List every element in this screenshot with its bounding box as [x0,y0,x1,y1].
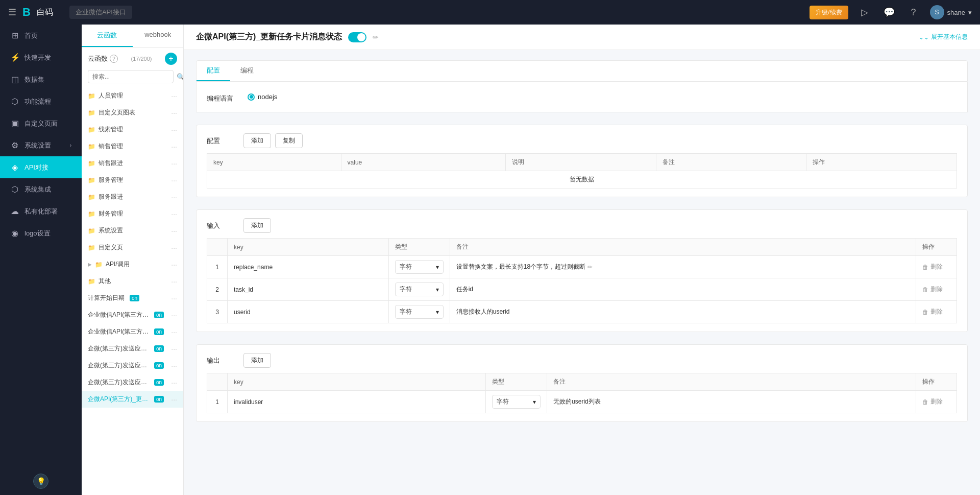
type-select[interactable]: 字符▾ [395,305,444,319]
config-add-button[interactable]: 添加 [243,133,271,148]
expand-info-button[interactable]: ⌄⌄ 展开基本信息 [919,33,968,41]
output-table: key 类型 备注 操作 1 invaliduser [207,373,957,413]
help-icon[interactable]: ? [905,4,922,20]
output-add-button[interactable]: 添加 [243,353,271,368]
more-icon[interactable]: ··· [171,92,177,100]
enable-toggle[interactable] [348,32,366,42]
more-icon[interactable]: ··· [171,395,177,404]
sidebar-item-label: 私有化部署 [24,207,58,216]
folder-item[interactable]: 📁 其他 ··· [82,273,183,290]
function-item[interactable]: 企微(第三方)发送应用任务 on ··· [82,374,183,391]
folder-icon: 📁 [95,261,103,268]
folder-item[interactable]: 📁 系统设置 ··· [82,222,183,239]
trash-icon: 🗑 [922,286,928,293]
function-item[interactable]: 企业微信API(第三方)_基础 on ··· [82,323,183,340]
delete-row-button[interactable]: 🗑 删除 [922,308,950,316]
folder-item[interactable]: 📁 销售跟进 ··· [82,155,183,172]
function-item[interactable]: 企微(第三方)发送应用卡片 on ··· [82,357,183,374]
more-icon[interactable]: ··· [171,379,177,387]
edit-icon[interactable]: ✏ [373,33,379,41]
sidebar-item-label: logo设置 [24,229,51,238]
play-icon[interactable]: ▷ [856,4,873,20]
help-circle-icon[interactable]: ? [110,55,118,63]
input-type: 字符▾ [388,278,450,301]
sidebar-item-dataset[interactable]: ◫ 数据集 [0,68,82,90]
menu-icon[interactable]: ☰ [8,7,16,18]
more-icon[interactable]: ··· [171,143,177,151]
api-icon: ◈ [10,162,19,172]
add-function-button[interactable]: + [165,53,177,65]
search-input[interactable] [88,70,174,83]
tab-config[interactable]: 配置 [197,61,230,81]
sidebar-item-label: 自定义页面 [24,119,58,128]
sidebar-item-label: API对接 [24,163,48,172]
more-icon[interactable]: ··· [171,362,177,370]
folder-item[interactable]: 📁 人员管理 ··· [82,87,183,104]
folder-item[interactable]: 📁 服务管理 ··· [82,172,183,188]
function-item[interactable]: 企微(第三方)发送应用消息 on ··· [82,340,183,357]
table-row: 2 task_id 字符▾ 任务id � [207,278,957,301]
sys-settings-icon: ⚙ [10,140,19,150]
folder-icon: 📁 [88,160,95,167]
more-icon[interactable]: ··· [171,261,177,269]
more-icon[interactable]: ··· [171,159,177,168]
row-num: 2 [207,278,228,301]
more-icon[interactable]: ··· [171,294,177,302]
folder-item[interactable]: 📁 销售管理 ··· [82,138,183,155]
tab-yunhanshu[interactable]: 云函数 [82,25,133,47]
folder-item[interactable]: 📁 服务跟进 ··· [82,188,183,205]
search-icon[interactable]: 🔍 [177,73,184,81]
trash-icon: 🗑 [922,398,928,406]
folder-item[interactable]: 📁 目定义页图表 ··· [82,104,183,121]
more-icon[interactable]: ··· [171,227,177,235]
folder-item-api[interactable]: ▶ 📁 API/调用 ··· [82,256,183,273]
delete-row-button[interactable]: 🗑 删除 [922,397,950,406]
sidebar-item-logo-settings[interactable]: ◉ logo设置 [0,222,82,244]
function-item-active[interactable]: 企微API(第三方)_更新任务 on ··· [82,391,183,408]
sidebar-item-custom-page[interactable]: ▣ 自定义页面 [0,112,82,134]
delete-row-button[interactable]: 🗑 删除 [922,285,950,294]
input-add-button[interactable]: 添加 [243,218,271,233]
more-icon[interactable]: ··· [171,109,177,117]
sidebar-item-label: 首页 [24,31,38,40]
more-icon[interactable]: ··· [171,277,177,286]
tab-code[interactable]: 编程 [230,61,264,81]
sidebar-item-sys-settings[interactable]: ⚙ 系统设置 › [0,134,82,156]
type-select[interactable]: 字符▾ [395,260,444,274]
radio-nodejs[interactable] [248,93,255,101]
function-item[interactable]: 企业微信API(第三方)_获取 on ··· [82,307,183,323]
folder-item[interactable]: 📁 财务管理 ··· [82,205,183,222]
output-key: invaliduser [228,391,486,413]
folder-item[interactable]: 📁 线索管理 ··· [82,121,183,138]
more-icon[interactable]: ··· [171,193,177,201]
col-key: key [228,239,389,256]
chat-icon[interactable]: 💬 [881,4,897,20]
tab-webhook[interactable]: webhook [133,25,184,47]
more-icon[interactable]: ··· [171,311,177,319]
remark-edit-icon[interactable]: ✏ [587,264,593,271]
more-icon[interactable]: ··· [171,210,177,218]
upgrade-button[interactable]: 升级/续费 [810,6,848,19]
config-copy-button[interactable]: 复制 [275,133,303,148]
more-icon[interactable]: ··· [171,345,177,353]
bulb-icon[interactable]: 💡 [33,474,48,489]
sidebar-item-private-deploy[interactable]: ☁ 私有化部署 [0,200,82,222]
folder-item[interactable]: 📁 目定义页 ··· [82,239,183,256]
more-icon[interactable]: ··· [171,328,177,336]
sidebar-item-home[interactable]: ⊞ 首页 [0,25,82,46]
topbar: ☰ B 白码 企业微信API接口 升级/续费 ▷ 💬 ? S shane ▾ [0,0,980,25]
sidebar-item-api[interactable]: ◈ API对接 [0,156,82,178]
more-icon[interactable]: ··· [171,244,177,252]
type-select[interactable]: 字符▾ [492,395,541,409]
sidebar-item-quick-dev[interactable]: ⚡ 快速开发 [0,46,82,68]
more-icon[interactable]: ··· [171,126,177,134]
function-item[interactable]: 计算开始日期 on ··· [82,290,183,307]
more-icon[interactable]: ··· [171,176,177,184]
type-select[interactable]: 字符▾ [395,282,444,296]
sidebar-item-workflow[interactable]: ⬡ 功能流程 [0,90,82,112]
function-list: 📁 人员管理 ··· 📁 目定义页图表 ··· 📁 线索管理 ··· 📁 销售管… [82,87,183,495]
sidebar-item-integration[interactable]: ⬡ 系统集成 [0,178,82,200]
output-remark: 无效的userid列表 [547,391,916,413]
user-menu[interactable]: S shane ▾ [930,5,972,19]
delete-row-button[interactable]: 🗑 删除 [922,263,950,271]
